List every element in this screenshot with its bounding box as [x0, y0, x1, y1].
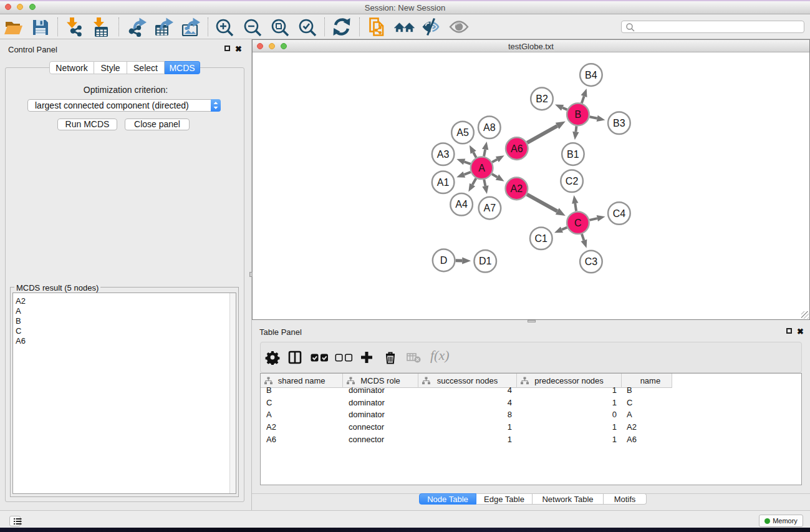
svg-text:A: A: [478, 163, 485, 173]
svg-text:B2: B2: [536, 94, 548, 104]
svg-text:A8: A8: [483, 122, 496, 133]
svg-text:B: B: [575, 109, 582, 120]
svg-text:C: C: [574, 218, 582, 228]
svg-text:A1: A1: [437, 177, 450, 188]
svg-text:D1: D1: [479, 256, 492, 266]
svg-text:A7: A7: [484, 203, 496, 213]
svg-text:A2: A2: [511, 183, 523, 194]
svg-text:B1: B1: [567, 149, 579, 160]
svg-text:A3: A3: [437, 149, 450, 160]
svg-text:A6: A6: [511, 143, 523, 154]
svg-text:C1: C1: [535, 233, 548, 244]
svg-text:A4: A4: [455, 199, 468, 210]
svg-text:D: D: [440, 255, 448, 266]
svg-text:C2: C2: [566, 176, 579, 186]
svg-text:C4: C4: [613, 208, 626, 219]
svg-text:A5: A5: [456, 127, 469, 138]
svg-text:B3: B3: [613, 118, 625, 128]
svg-text:C3: C3: [585, 256, 598, 267]
svg-text:B4: B4: [585, 70, 597, 80]
